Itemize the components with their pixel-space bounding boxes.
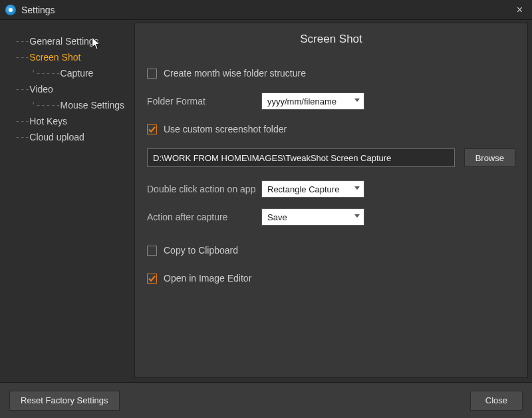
sidebar-item-capture[interactable]: '-----Capture — [15, 65, 128, 81]
sidebar-item-mouse-settings[interactable]: '-----Mouse Settings — [15, 97, 128, 113]
settings-sidebar: ---General Settings ---Screen Shot '----… — [0, 20, 134, 382]
close-icon[interactable]: × — [513, 4, 527, 16]
double-click-action-value: Rectangle Capture — [267, 184, 339, 194]
close-button[interactable]: Close — [470, 391, 523, 411]
titlebar: Settings × — [0, 0, 532, 20]
window-title: Settings — [21, 5, 513, 15]
action-after-capture-select[interactable]: Save — [261, 208, 364, 226]
sidebar-item-label: Hot Keys — [29, 116, 67, 126]
panel-title: Screen Shot — [135, 23, 527, 65]
browse-button[interactable]: Browse — [464, 148, 515, 167]
folder-format-value: yyyy/mm/filename — [267, 97, 336, 106]
create-month-folder-label: Create month wise folder structure — [164, 68, 306, 79]
action-after-capture-value: Save — [267, 212, 287, 222]
footer: Reset Factory Settings Close — [0, 382, 532, 418]
sidebar-item-label: Capture — [61, 68, 94, 79]
folder-path-value: D:\WORK FROM HOME\IMAGES\TweakShot Scree… — [153, 153, 391, 163]
open-in-editor-label: Open in Image Editor — [164, 273, 251, 284]
settings-panel: Screen Shot Create month wise folder str… — [134, 23, 528, 378]
sidebar-item-label: Video — [29, 84, 53, 95]
chevron-down-icon — [354, 186, 360, 192]
copy-to-clipboard-label: Copy to Clipboard — [164, 245, 238, 256]
app-icon — [5, 5, 16, 15]
sidebar-item-label: Cloud upload — [29, 132, 84, 142]
open-in-editor-checkbox[interactable] — [147, 274, 157, 284]
double-click-action-label: Double click action on app — [147, 184, 261, 194]
sidebar-item-label: General Settings — [29, 36, 98, 47]
double-click-action-select[interactable]: Rectangle Capture — [261, 180, 364, 198]
copy-to-clipboard-checkbox[interactable] — [147, 246, 157, 256]
folder-format-select[interactable]: yyyy/mm/filename — [261, 93, 364, 110]
use-custom-folder-checkbox[interactable] — [147, 124, 157, 134]
reset-factory-settings-button[interactable]: Reset Factory Settings — [9, 391, 120, 411]
folder-path-input[interactable]: D:\WORK FROM HOME\IMAGES\TweakShot Scree… — [147, 148, 455, 167]
sidebar-item-label: Screen Shot — [29, 52, 80, 63]
chevron-down-icon — [354, 214, 360, 220]
use-custom-folder-label: Use custom screenshot folder — [164, 124, 287, 134]
create-month-folder-checkbox[interactable] — [147, 69, 157, 79]
chevron-down-icon — [354, 99, 360, 104]
sidebar-item-general-settings[interactable]: ---General Settings — [15, 33, 128, 49]
action-after-capture-label: Action after capture — [147, 212, 261, 222]
sidebar-item-hot-keys[interactable]: ---Hot Keys — [15, 113, 128, 129]
folder-format-label: Folder Format — [147, 96, 261, 106]
sidebar-item-cloud-upload[interactable]: ---Cloud upload — [15, 129, 128, 145]
sidebar-item-screen-shot[interactable]: ---Screen Shot — [15, 49, 128, 65]
sidebar-item-label: Mouse Settings — [61, 100, 125, 110]
sidebar-item-video[interactable]: ---Video — [15, 81, 128, 97]
